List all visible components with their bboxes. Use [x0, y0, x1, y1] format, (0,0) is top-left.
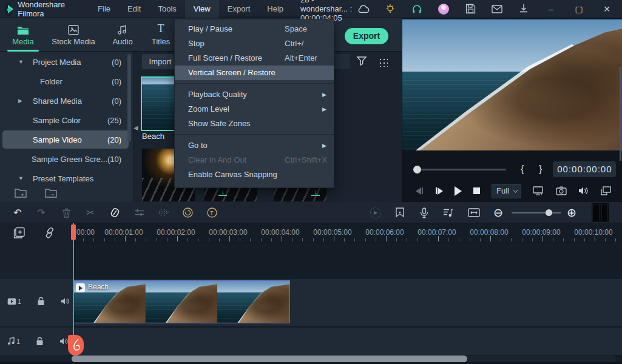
- menu-item-go-to[interactable]: Go to▶: [175, 138, 334, 153]
- tab-titles[interactable]: T Titles: [146, 22, 176, 46]
- mute-track-icon[interactable]: [59, 337, 69, 345]
- import-button[interactable]: Import: [142, 54, 178, 69]
- playhead-flag[interactable]: [71, 224, 76, 240]
- tab-stock-media[interactable]: Stock Media: [46, 22, 101, 46]
- zoom-slider-handle[interactable]: [546, 209, 552, 216]
- preview-scrollbar[interactable]: [620, 67, 621, 161]
- new-folder-icon[interactable]: [15, 188, 27, 198]
- zoom-in-icon[interactable]: ⊕: [565, 202, 578, 223]
- chevron-down-icon[interactable]: ▼: [18, 175, 24, 181]
- maximize-button[interactable]: ▢: [572, 4, 586, 14]
- cloud-icon[interactable]: [357, 3, 370, 15]
- sidebar-item-project-media[interactable]: ▼ Project Media (0): [2, 53, 129, 71]
- zoom-out-icon[interactable]: ⊖: [492, 202, 505, 223]
- timeline-clip-beach[interactable]: Beach: [73, 280, 290, 323]
- sidebar-item-shared-media[interactable]: ▶ Shared Media (0): [2, 92, 129, 110]
- menu-view[interactable]: View: [185, 0, 219, 18]
- app-name: Wondershare Filmora: [18, 0, 65, 18]
- sidebar-item-sample-green-screen[interactable]: Sample Green Scre... (10): [2, 150, 129, 168]
- stop-button[interactable]: [473, 187, 480, 194]
- text-to-speech-icon[interactable]: T: [205, 202, 218, 223]
- audio-track[interactable]: 1: [0, 328, 622, 355]
- detach-window-icon[interactable]: [601, 186, 611, 195]
- menu-item-zoom-level[interactable]: Zoom Level▶: [175, 102, 334, 116]
- next-frame-button[interactable]: [435, 187, 443, 195]
- delete-icon[interactable]: [59, 202, 73, 223]
- menu-item-show-safe-zones[interactable]: Show Safe Zones: [175, 116, 334, 131]
- chevron-right-icon[interactable]: ▶: [18, 98, 24, 104]
- sidebar-scrollbar[interactable]: [127, 54, 131, 142]
- marker-icon[interactable]: [393, 202, 407, 223]
- menu-item-play-pause[interactable]: Play / PauseSpace: [175, 22, 334, 36]
- link-icon[interactable]: [44, 227, 56, 239]
- redo-icon[interactable]: ↷: [35, 202, 48, 223]
- playhead-grip[interactable]: [68, 335, 84, 356]
- download-icon[interactable]: [518, 3, 530, 15]
- delete-folder-icon[interactable]: [45, 188, 57, 198]
- export-button[interactable]: Export: [345, 28, 388, 44]
- crop-tool-icon[interactable]: [108, 202, 121, 223]
- view-grid-icon[interactable]: [378, 57, 388, 67]
- menu-help[interactable]: Help: [259, 0, 292, 18]
- lightbulb-icon[interactable]: [384, 3, 396, 15]
- menu-tools[interactable]: Tools: [149, 0, 184, 18]
- lock-track-icon[interactable]: [37, 297, 45, 306]
- avatar[interactable]: [438, 3, 450, 15]
- snapshot-camera-icon[interactable]: [556, 186, 567, 195]
- menu-item-enable-canvas-snapping[interactable]: Enable Canvas Snapping: [175, 167, 334, 182]
- play-button[interactable]: [455, 186, 462, 196]
- add-track-icon[interactable]: [13, 227, 25, 239]
- download-media-icon[interactable]: ↓: [311, 189, 320, 196]
- display-device-icon[interactable]: [533, 186, 544, 196]
- timeline-ruler[interactable]: 00:00 00:00:01:00 00:00:02:00 00:00:03:0…: [72, 223, 622, 243]
- mark-in-button[interactable]: {: [521, 163, 524, 175]
- timeline-zoom-slider[interactable]: [512, 212, 561, 214]
- tab-audio[interactable]: Audio: [107, 22, 138, 46]
- video-track[interactable]: 1 Beach: [0, 279, 622, 326]
- keyframe-audio-icon[interactable]: [157, 202, 170, 223]
- split-scissors-icon[interactable]: ✂: [84, 202, 97, 223]
- panel-collapse-icon[interactable]: ◀: [134, 124, 138, 131]
- mute-track-icon[interactable]: [61, 297, 70, 305]
- adjust-sliders-icon[interactable]: [132, 202, 146, 223]
- sidebar-item-sample-video[interactable]: Sample Video (20): [2, 130, 129, 149]
- seek-handle[interactable]: [413, 166, 421, 174]
- download-media-icon[interactable]: ↓: [218, 189, 227, 196]
- menu-item-full-screen-restore[interactable]: Full Screen / RestoreAlt+Enter: [175, 51, 334, 66]
- voiceover-mic-icon[interactable]: [417, 202, 431, 223]
- menu-export[interactable]: Export: [219, 0, 259, 18]
- menu-item-stop[interactable]: StopCtrl+/: [175, 36, 334, 51]
- previous-frame-button[interactable]: [416, 187, 424, 195]
- menu-item-playback-quality[interactable]: Playback Quality▶: [175, 87, 334, 102]
- filter-icon[interactable]: [356, 55, 367, 66]
- headset-icon[interactable]: [411, 3, 423, 15]
- tab-media[interactable]: Media: [6, 22, 40, 46]
- media-sidebar: ▼ Project Media (0) Folder (0) ▶ Shared …: [0, 52, 134, 202]
- undo-icon[interactable]: ↶: [11, 202, 24, 223]
- audio-mixer-icon[interactable]: [442, 202, 455, 223]
- mark-out-button[interactable]: }: [539, 163, 543, 175]
- timeline-panel: 00:00 00:00:01:00 00:00:02:00 00:00:03:0…: [0, 223, 622, 364]
- close-button[interactable]: ✕: [600, 4, 614, 14]
- menu-edit[interactable]: Edit: [119, 0, 149, 18]
- track-height-toggle[interactable]: [592, 203, 609, 222]
- seek-track[interactable]: [421, 169, 506, 170]
- menu-file[interactable]: File: [89, 0, 119, 18]
- fit-timeline-icon[interactable]: [467, 202, 481, 223]
- mail-icon[interactable]: [491, 3, 503, 15]
- save-icon[interactable]: [464, 3, 476, 15]
- chevron-down-icon[interactable]: ▼: [18, 59, 24, 65]
- lock-track-icon[interactable]: [36, 337, 44, 346]
- motion-tracking-icon[interactable]: [181, 202, 194, 223]
- speaker-icon[interactable]: [578, 186, 589, 195]
- titles-icon: T: [146, 22, 176, 35]
- sidebar-item-sample-color[interactable]: Sample Color (25): [2, 111, 129, 129]
- minimize-button[interactable]: –: [544, 4, 558, 14]
- preview-video[interactable]: [402, 19, 622, 150]
- timecode-display[interactable]: 00:00:00:00: [553, 161, 616, 177]
- timeline-hscroll-thumb[interactable]: [72, 356, 467, 362]
- menu-item-vertical-screen-restore[interactable]: Vertical Screen / Restore: [175, 66, 334, 80]
- quality-dropdown[interactable]: Full: [492, 184, 521, 198]
- sidebar-item-folder[interactable]: Folder (0): [2, 72, 129, 90]
- render-preview-icon[interactable]: ▶: [369, 202, 382, 223]
